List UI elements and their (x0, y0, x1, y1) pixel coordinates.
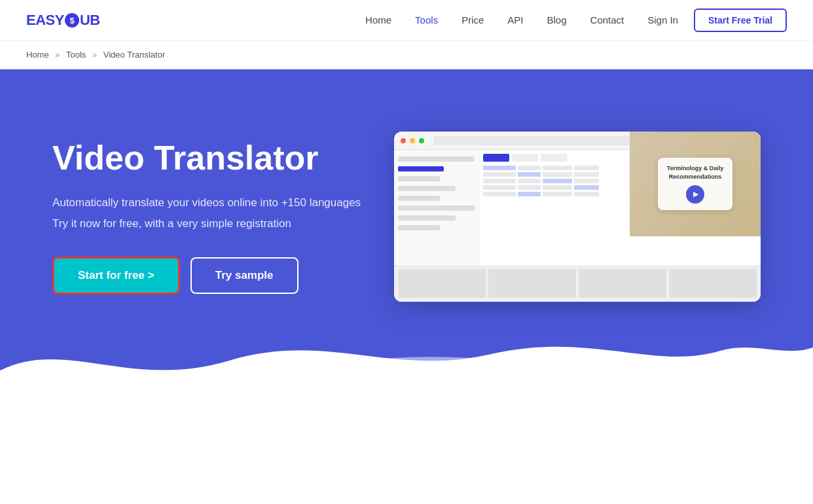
mock-cell (543, 179, 572, 183)
breadcrumb: Home » Tools » Video Translator (0, 41, 813, 69)
breadcrumb-tools[interactable]: Tools (66, 50, 86, 60)
mock-cell (574, 185, 599, 190)
sidebar-row (398, 196, 440, 201)
hero-section: Video Translator Automatically translate… (0, 69, 813, 403)
mock-cell (543, 166, 572, 170)
mock-cell (518, 172, 541, 177)
mock-cell (483, 192, 516, 196)
mock-cell (483, 166, 516, 170)
hero-subtitle: Automatically translate your videos onli… (52, 196, 367, 209)
start-for-free-button[interactable]: Start for free > (52, 257, 180, 295)
sidebar-row (398, 206, 475, 211)
mock-tab-2 (512, 154, 538, 162)
video-card-text1: Terminology & Daily (667, 165, 723, 171)
hero-content: Video Translator Automatically translate… (52, 139, 367, 295)
breadcrumb-current: Video Translator (103, 50, 165, 60)
nav-contact[interactable]: Contact (590, 14, 624, 26)
sidebar-row-active (398, 166, 444, 171)
mock-cell (543, 185, 572, 190)
window-minimize-dot (410, 138, 415, 143)
hero-title: Video Translator (52, 139, 367, 178)
mock-cell (574, 166, 599, 170)
sidebar-row (398, 225, 440, 230)
hero-mockup: EASY●UB (367, 132, 761, 302)
hero-buttons: Start for free > Try sample (52, 257, 367, 295)
nav-api[interactable]: API (507, 14, 523, 26)
mock-cell (483, 185, 516, 190)
mock-cell (483, 179, 516, 183)
mock-cell (543, 172, 572, 177)
logo-text: EASYUB (26, 12, 100, 29)
play-icon (686, 185, 704, 204)
sidebar-row (398, 176, 440, 181)
mock-cell (518, 166, 541, 170)
nav-tools[interactable]: Tools (415, 14, 438, 26)
mock-cell (574, 179, 599, 183)
try-sample-button[interactable]: Try sample (190, 257, 298, 294)
video-card: Terminology & Daily Recommendations (658, 158, 732, 209)
sidebar-row (398, 215, 456, 221)
window-close-dot (401, 138, 406, 143)
mock-cell (518, 185, 541, 190)
start-free-trial-button[interactable]: Start Free Trial (694, 9, 787, 32)
mock-cell (483, 172, 516, 177)
mockup-video-preview: Terminology & Daily Recommendations (630, 132, 761, 236)
navbar: EASYUB Home Tools Price API Blog Contact… (0, 0, 813, 41)
subtitle-bar (394, 266, 761, 302)
subtitle-block-3 (579, 269, 666, 298)
mock-cell (574, 192, 599, 196)
nav-home[interactable]: Home (365, 14, 391, 26)
window-maximize-dot (419, 138, 424, 143)
breadcrumb-sep2: » (92, 50, 97, 60)
below-hero (0, 403, 813, 488)
sidebar-row (398, 186, 456, 191)
mock-tab-1 (483, 154, 509, 162)
mock-cell (574, 172, 599, 177)
app-screenshot: EASY●UB (394, 132, 761, 302)
sidebar-row (398, 156, 475, 162)
logo-icon (65, 13, 79, 27)
mock-cell (518, 192, 541, 196)
breadcrumb-sep1: » (55, 50, 60, 60)
mock-tab-3 (541, 154, 567, 162)
video-card-text2: Recommendations (669, 173, 722, 180)
logo[interactable]: EASYUB (26, 12, 100, 29)
wave-decoration (0, 318, 813, 403)
subtitle-block-1 (398, 269, 486, 298)
nav-blog[interactable]: Blog (547, 14, 567, 26)
subtitle-block-4 (669, 269, 757, 298)
signin-link[interactable]: Sign In (647, 14, 678, 26)
mock-cell (518, 179, 541, 183)
nav-price[interactable]: Price (461, 14, 484, 26)
mock-cell (543, 192, 572, 196)
subtitle-block-2 (488, 269, 576, 298)
breadcrumb-home[interactable]: Home (26, 50, 49, 60)
nav-links: Home Tools Price API Blog Contact (365, 14, 624, 26)
hero-subtitle2: Try it now for free, with a very simple … (52, 217, 367, 230)
